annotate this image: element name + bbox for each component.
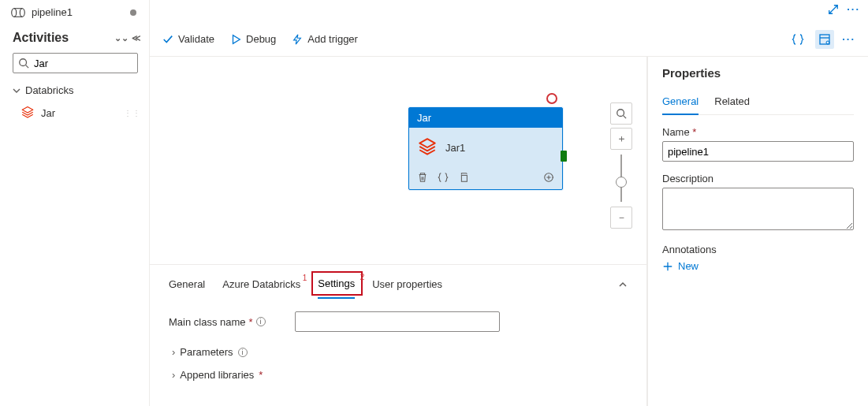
- svg-point-1: [20, 8, 24, 17]
- plus-icon: [662, 261, 673, 272]
- description-label: Description: [662, 173, 854, 184]
- activity-item-jar[interactable]: Jar ⋮⋮: [0, 101, 149, 125]
- annotation-number-1: 1: [303, 274, 307, 282]
- settings-tabs: General Azure Databricks 1 Settings 2 Us…: [150, 265, 646, 299]
- activity-card-jar1[interactable]: Jar Jar1: [408, 107, 563, 190]
- main-class-input[interactable]: [295, 311, 500, 332]
- search-icon: [18, 58, 29, 69]
- validate-label: Validate: [178, 33, 214, 45]
- info-icon[interactable]: i: [256, 317, 266, 326]
- chevron-right-icon: ›: [172, 369, 175, 381]
- pipeline-tab[interactable]: pipeline1: [0, 6, 149, 23]
- info-icon[interactable]: i: [238, 348, 248, 357]
- collapse-panel-icon[interactable]: ≪: [132, 33, 141, 43]
- chevron-right-icon: ›: [172, 346, 175, 358]
- new-label: New: [678, 260, 698, 272]
- zoom-thumb[interactable]: [616, 177, 627, 188]
- databricks-icon: [20, 106, 35, 120]
- annotations-label: Annotations: [662, 244, 854, 255]
- chevron-up-icon: [618, 280, 628, 289]
- tab-user-properties[interactable]: User properties: [372, 274, 442, 298]
- parameters-label: Parameters: [180, 346, 233, 358]
- zoom-in-button[interactable]: ＋: [610, 128, 632, 150]
- svg-rect-7: [461, 175, 467, 181]
- pipeline-description-input[interactable]: [662, 188, 854, 230]
- append-libraries-label: Append libraries: [180, 369, 254, 381]
- properties-tabs: General Related: [662, 91, 854, 115]
- zoom-controls: ＋ －: [610, 102, 632, 229]
- required-icon: *: [259, 369, 263, 381]
- properties-title: Properties: [662, 66, 854, 80]
- annotation-number-2: 2: [360, 273, 365, 281]
- svg-point-2: [20, 59, 27, 66]
- debug-button[interactable]: Debug: [230, 33, 276, 45]
- activities-search-input[interactable]: [32, 57, 132, 70]
- trigger-icon: [292, 34, 303, 45]
- more-menu-icon[interactable]: ···: [847, 3, 860, 15]
- parameters-expander[interactable]: › Parameters i: [169, 346, 628, 358]
- copy-icon[interactable]: [458, 172, 469, 183]
- activity-card-type: Jar: [409, 108, 562, 128]
- tab-general[interactable]: General: [169, 274, 205, 298]
- delete-icon[interactable]: [417, 172, 428, 183]
- name-label: Name: [662, 126, 690, 138]
- main-class-row: Main class name * i: [169, 311, 628, 332]
- activities-search[interactable]: [13, 53, 138, 73]
- category-label: Databricks: [25, 84, 73, 96]
- activities-sidebar: pipeline1 Activities ⌄⌄ ≪ Databricks Jar…: [0, 0, 150, 406]
- required-icon: *: [249, 316, 253, 328]
- zoom-out-button[interactable]: －: [610, 207, 632, 229]
- append-libraries-expander[interactable]: › Append libraries *: [169, 369, 628, 381]
- required-icon: *: [692, 126, 696, 138]
- check-icon: [162, 34, 173, 45]
- code-icon[interactable]: [438, 172, 449, 183]
- pipeline-name-input[interactable]: [662, 141, 854, 162]
- properties-tab-general[interactable]: General: [662, 91, 698, 115]
- tab-settings[interactable]: Settings 2: [318, 273, 355, 299]
- pipeline-icon: [11, 8, 25, 17]
- activity-item-label: Jar: [41, 107, 55, 119]
- activity-card-name: Jar1: [445, 142, 465, 154]
- category-databricks[interactable]: Databricks: [0, 80, 149, 101]
- properties-icon: [818, 33, 831, 46]
- activities-title: Activities: [13, 31, 69, 45]
- debug-label: Debug: [246, 33, 276, 45]
- success-connector-icon[interactable]: [561, 151, 567, 162]
- activities-header: Activities ⌄⌄ ≪: [0, 23, 149, 50]
- search-icon: [616, 108, 627, 119]
- toolbar-more-icon[interactable]: ···: [842, 33, 855, 45]
- editor-top-controls: ···: [828, 3, 860, 15]
- pipeline-name: pipeline1: [32, 6, 73, 18]
- properties-tab-related[interactable]: Related: [714, 91, 750, 114]
- grip-icon: ⋮⋮: [124, 109, 141, 117]
- annotation-ring: [546, 93, 557, 104]
- svg-point-9: [617, 110, 624, 117]
- play-icon: [230, 34, 241, 45]
- braces-icon: [792, 33, 804, 46]
- zoom-fit-button[interactable]: [610, 102, 632, 125]
- code-view-button[interactable]: [788, 30, 807, 49]
- expand-icon[interactable]: [828, 4, 839, 15]
- modified-indicator-icon: [130, 9, 136, 16]
- add-output-icon[interactable]: [543, 172, 554, 183]
- properties-toggle-button[interactable]: [815, 30, 834, 49]
- svg-point-0: [12, 8, 17, 17]
- add-annotation-button[interactable]: New: [662, 260, 854, 272]
- pipeline-canvas[interactable]: Jar Jar1: [150, 57, 647, 406]
- svg-rect-4: [820, 35, 829, 44]
- chevron-down-icon: [13, 87, 20, 95]
- add-trigger-button[interactable]: Add trigger: [292, 33, 358, 45]
- collapse-panel-button[interactable]: [618, 280, 628, 292]
- svg-line-10: [624, 116, 627, 119]
- pipeline-toolbar: Validate Debug Add trigger ···: [150, 22, 868, 57]
- main-class-label: Main class name: [169, 316, 246, 328]
- zoom-slider[interactable]: [620, 155, 622, 202]
- svg-line-3: [26, 65, 29, 69]
- collapse-all-icon[interactable]: ⌄⌄: [114, 33, 129, 43]
- add-trigger-label: Add trigger: [307, 33, 358, 45]
- properties-panel: Properties General Related Name * Descri…: [647, 57, 868, 406]
- validate-button[interactable]: Validate: [162, 33, 214, 45]
- tab-azure-databricks[interactable]: Azure Databricks 1: [222, 274, 300, 298]
- databricks-icon: [417, 137, 438, 158]
- main-area: ··· Validate Debug Add trigger: [150, 0, 868, 406]
